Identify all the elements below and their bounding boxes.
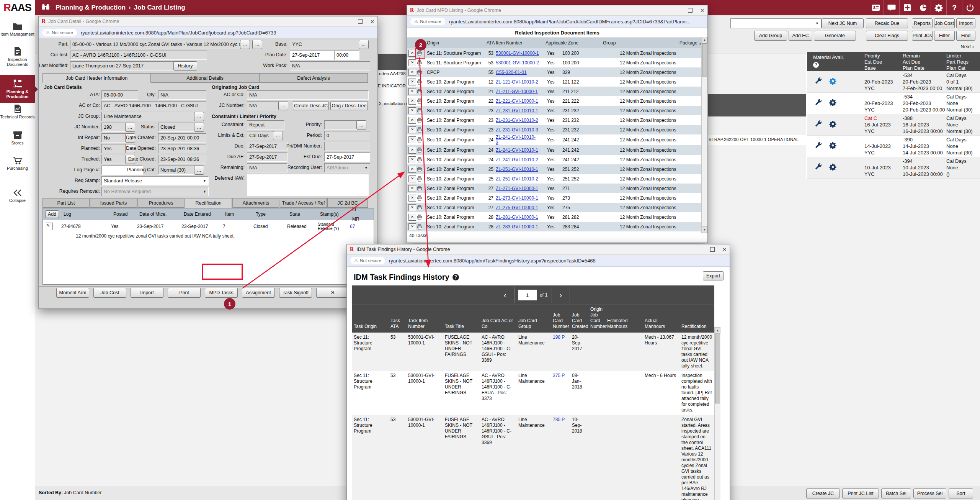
part-field[interactable]: 05-00-00 - Various 12 Mo/2000 cyc Zonal … [70, 40, 240, 49]
generate-button[interactable]: Generate [814, 31, 856, 41]
mpd-table-row[interactable]: ✕ Sec 10: Zonal Program 28 ZL-281-GVI-10… [407, 212, 707, 222]
print-task-icon[interactable] [417, 195, 425, 201]
sort-button[interactable]: Sort [949, 489, 973, 498]
ata-item-number-header[interactable]: ATA Item Number [487, 40, 546, 46]
print-task-icon[interactable] [417, 118, 425, 123]
pie-chart-icon[interactable] [915, 0, 931, 15]
mpd-table-row[interactable]: ✕ Sec 10: Zonal Program 22 ZL-221-GVI-10… [407, 96, 707, 106]
print-task-icon[interactable] [417, 60, 425, 66]
date-closed-field[interactable]: 23-Sep-2017 [158, 155, 186, 164]
not-secure-badge[interactable]: ⚠Not secure [350, 257, 385, 264]
part-detail-button[interactable]: ... [252, 40, 262, 49]
close-button[interactable]: ✕ [370, 19, 374, 25]
print-button[interactable]: Print [168, 288, 201, 298]
window-titlebar[interactable]: R Job Card MPD Listing - Google Chrome —… [407, 5, 707, 16]
mpd-table-row[interactable]: ✕ Sec 10: Zonal Program 23 ZL-231-GVI-10… [407, 106, 707, 115]
sidebar-item-item-management[interactable]: Item Management [0, 22, 35, 37]
moment-arm-button[interactable]: Moment Arm [56, 288, 89, 298]
date-created-field[interactable]: 20-Sep-2017 [158, 133, 186, 143]
print-task-icon[interactable] [417, 148, 425, 153]
mpd-table-row[interactable]: ✕ Sec 10: Zonal Program 25 ZL-251-GVI-10… [407, 174, 707, 184]
remove-task-icon[interactable]: ✕ [408, 223, 416, 230]
jc-number-link[interactable]: 198 P [551, 333, 570, 371]
mpd-item-number-link[interactable]: ZL-251-GVI-10010-2 [496, 176, 546, 182]
priority-field[interactable] [324, 120, 359, 130]
mpd-table-row[interactable]: ✕ Sec 10: Zonal Program 25 ZL-251-GVI-10… [407, 164, 707, 174]
settings-gears-icon[interactable] [931, 0, 946, 15]
remove-task-icon[interactable]: ✕ [408, 107, 416, 114]
print-task-icon[interactable] [417, 157, 425, 162]
period-field[interactable]: 0 [324, 131, 370, 140]
tab-trade-access-ref[interactable]: Trade / Access / Ref [280, 198, 327, 208]
print-task-icon[interactable] [417, 224, 425, 230]
prev-page-icon[interactable]: ‹ [500, 292, 510, 298]
task-signoff-button[interactable]: Task Signoff [279, 288, 312, 298]
tab-issued-parts[interactable]: Issued Parts [90, 198, 137, 208]
task-gear-icon[interactable] [829, 77, 836, 86]
close-button[interactable]: ✕ [722, 247, 727, 252]
work-pack-field[interactable]: N/A [290, 61, 370, 70]
help-icon[interactable]: ? [813, 62, 819, 68]
in-mr-link[interactable]: 67 [350, 224, 364, 229]
tab-attachments[interactable]: Attachments [232, 198, 279, 208]
mpd-scrollbar[interactable]: ▲ ▼ [701, 37, 707, 233]
ac-or-co-field[interactable]: AC - AVRO 146RJ100 - 146RJ100 - C-GSUI [101, 101, 206, 110]
base-field[interactable]: YYC [290, 40, 359, 49]
print-task-icon[interactable] [417, 215, 425, 220]
mpd-item-number-link[interactable]: ZL-271-GVI-10000-1 [496, 186, 546, 191]
maintenance-wrench-icon[interactable] [815, 77, 822, 86]
add-window-icon[interactable] [899, 0, 915, 15]
remove-task-icon[interactable]: ✕ [408, 79, 416, 85]
mpd-table-row[interactable]: ✕ CPCP 55 C55-320-01-01 Yes 329 12 Month… [407, 67, 707, 77]
mpd-table-row[interactable]: ✕ Sec 10: Zonal Program 27 ZL-271-GVI-10… [407, 184, 707, 193]
print-task-icon[interactable] [417, 79, 425, 85]
edit-pencil-icon[interactable]: ✎ [46, 223, 53, 230]
mpd-item-number-link[interactable]: ZL-231-GVI-10010-3 [496, 127, 546, 133]
mpd-item-number-link[interactable]: ZL-231-GVI-10010-1 [496, 108, 546, 113]
mpd-item-number-link[interactable]: 530001-GVI-10000-2 [496, 60, 546, 66]
next-jc-num-button[interactable]: Next JC Num [822, 18, 864, 28]
jc-number-field[interactable]: 198 [101, 123, 127, 132]
mpd-item-number-link[interactable]: 530001-GVI-10000-1 [496, 51, 546, 56]
power-icon[interactable] [962, 0, 978, 15]
jc-filter-select[interactable]: ▼ [730, 18, 822, 28]
requires-removal-select[interactable]: No Removal Required▼ [101, 187, 209, 196]
orig-jc-lookup-button[interactable]: ... [278, 101, 288, 110]
print-task-icon[interactable] [417, 108, 425, 113]
print-task-icon[interactable] [417, 70, 425, 75]
recording-user-select[interactable]: AISAdmin▼ [324, 163, 370, 172]
scroll-thumb[interactable] [715, 334, 720, 403]
address-bar[interactable]: ⚠Not secure ryantest.aviationintertec.co… [39, 27, 377, 39]
find-button[interactable]: Find [956, 31, 975, 41]
batch-sel-button[interactable]: Batch Sel [881, 489, 911, 498]
window-titlebar[interactable]: R IDM Task Findings History - Google Chr… [347, 244, 730, 255]
sidebar-item-purchasing[interactable]: Purchasing [0, 156, 35, 171]
jc-number-link[interactable]: 785 P [551, 415, 570, 500]
cur-inst-field[interactable]: AC - AVRO 146RJ100 - 146RJ100 - C-GSUI [70, 51, 207, 60]
mpd-item-number-link[interactable]: ZL-241-GVI-10010-1 [496, 148, 546, 153]
process-sel-button[interactable]: Process Sel [913, 489, 946, 498]
due-summary-row[interactable]: 10-Jul-2023YYC -39410-Jul-202310-Jul-202… [807, 157, 980, 179]
remove-task-icon[interactable]: ✕ [408, 185, 416, 192]
mpd-item-number-link[interactable]: ZL-241-GVI-10010-3 [496, 134, 546, 145]
scroll-thumb[interactable] [702, 43, 707, 77]
remove-task-icon[interactable]: ✕ [408, 147, 416, 154]
clear-flags-button[interactable]: Clear Flags [866, 31, 908, 41]
next-page-link[interactable]: Next › [942, 44, 974, 49]
signoff-button-partial[interactable]: S [316, 288, 349, 298]
remove-task-icon[interactable]: ✕ [408, 69, 416, 76]
rectification-row[interactable]: ✎ 27-84678 Yes 23-Sep-2017 23-Sep-2017 7… [43, 220, 374, 233]
print-jc-list-button[interactable]: Print JC List [842, 489, 879, 498]
remove-task-icon[interactable]: ✕ [408, 59, 416, 66]
date-opened-time-field[interactable]: 08:36 [185, 144, 206, 153]
sidebar-item-technical-records[interactable]: Technical Records [0, 104, 35, 120]
page-number-input[interactable]: 1 [518, 290, 537, 300]
minimize-button[interactable]: — [675, 8, 680, 13]
print-task-icon[interactable] [417, 51, 425, 56]
window-titlebar[interactable]: R Job Card Detail - Google Chrome —✕ [39, 16, 377, 27]
url-text[interactable]: ryantest.aviationintertec.com:8080/app/M… [449, 19, 691, 25]
help-icon[interactable]: ? [452, 274, 459, 280]
sidebar-collapse-button[interactable]: Collapse [0, 189, 35, 203]
last-modified-field[interactable]: Liane Thompson on 27-Sep-2017 [70, 61, 175, 70]
remove-task-icon[interactable]: ✕ [408, 98, 416, 105]
